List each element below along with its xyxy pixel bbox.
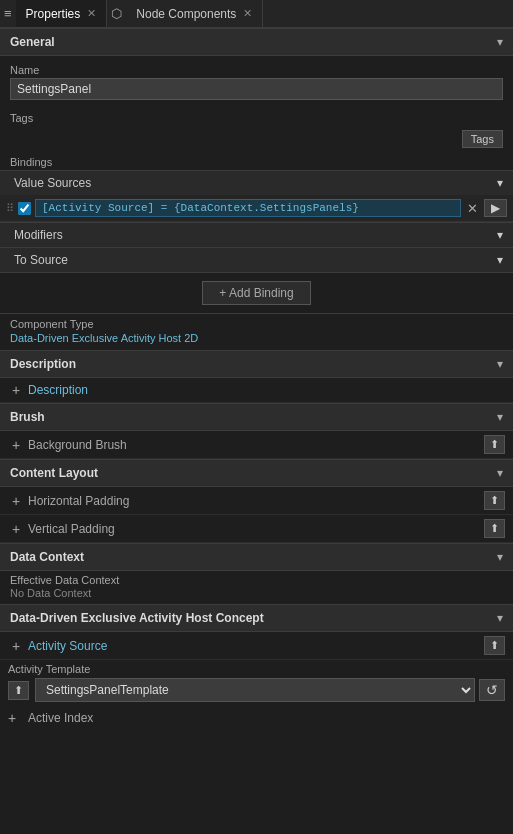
activity-source-upload-button[interactable] [484,636,505,655]
properties-tab-icon: ≡ [4,6,12,21]
description-plus-icon[interactable]: + [8,382,24,398]
tab-properties-label: Properties [26,7,81,21]
upload-icon-3 [490,522,499,535]
activity-template-select-row: SettingsPanelTemplate [0,676,513,706]
tags-row: Tags [0,128,513,152]
data-context-chevron-icon: ▾ [497,550,503,564]
tab-node-components[interactable]: Node Components ✕ [126,0,263,27]
value-sources-chevron-icon: ▾ [497,176,503,190]
binding-expression[interactable]: [Activity Source] = {DataContext.Setting… [35,199,461,217]
activity-template-select[interactable]: SettingsPanelTemplate [35,678,475,702]
background-brush-upload-button[interactable] [484,435,505,454]
background-brush-plus-icon[interactable]: + [8,437,24,453]
brush-section-title: Brush [10,410,45,424]
tab-node-components-close[interactable]: ✕ [243,7,252,20]
tab-properties[interactable]: Properties ✕ [16,0,108,27]
horizontal-padding-row: + Horizontal Padding [0,487,513,515]
upload-icon-5 [14,684,23,697]
description-chevron-icon: ▾ [497,357,503,371]
activity-source-label: Activity Source [28,639,480,653]
to-source-header[interactable]: To Source ▾ [0,247,513,272]
ddea-section-title: Data-Driven Exclusive Activity Host Conc… [10,611,264,625]
ddea-section-header[interactable]: Data-Driven Exclusive Activity Host Conc… [0,604,513,632]
binding-row: ⠿ [Activity Source] = {DataContext.Setti… [0,195,513,222]
to-source-title: To Source [14,253,68,267]
binding-arrow-button[interactable]: ▶ [484,199,507,217]
node-components-tab-icon: ⬡ [111,6,122,21]
bindings-label: Bindings [0,152,513,170]
tags-field-group: Tags [0,104,513,128]
activity-source-plus-icon[interactable]: + [8,638,24,654]
upload-icon [490,438,499,451]
content-layout-chevron-icon: ▾ [497,466,503,480]
upload-icon-2 [490,494,499,507]
add-binding-button[interactable]: + Add Binding [202,281,310,305]
tab-node-components-label: Node Components [136,7,236,21]
vertical-padding-label: Vertical Padding [28,522,480,536]
binding-checkbox[interactable] [18,202,31,215]
general-section-header[interactable]: General ▾ [0,28,513,56]
activity-template-upload-button[interactable] [8,681,29,700]
content-layout-section-header[interactable]: Content Layout ▾ [0,459,513,487]
value-sources-header[interactable]: Value Sources ▾ [0,170,513,195]
data-context-section-title: Data Context [10,550,84,564]
horizontal-padding-upload-button[interactable] [484,491,505,510]
vertical-padding-plus-icon[interactable]: + [8,521,24,537]
description-prop-label: Description [28,383,505,397]
background-brush-label: Background Brush [28,438,480,452]
binding-remove-button[interactable]: ✕ [465,201,480,216]
horizontal-padding-plus-icon[interactable]: + [8,493,24,509]
component-type-value: Data-Driven Exclusive Activity Host 2D [0,331,513,350]
modifiers-chevron-icon: ▾ [497,228,503,242]
general-section-title: General [10,35,55,49]
tags-button[interactable]: Tags [462,130,503,148]
content-layout-section-title: Content Layout [10,466,98,480]
general-chevron-icon: ▾ [497,35,503,49]
activity-source-row: + Activity Source [0,632,513,660]
brush-chevron-icon: ▾ [497,410,503,424]
tab-bar: ≡ Properties ✕ ⬡ Node Components ✕ [0,0,513,28]
active-index-label: Active Index [28,711,505,725]
name-label: Name [10,64,503,76]
vertical-padding-upload-button[interactable] [484,519,505,538]
upload-icon-4 [490,639,499,652]
active-index-row: + Active Index [0,706,513,730]
effective-data-context-value: No Data Context [0,586,513,604]
component-type-label: Component Type [0,314,513,331]
tab-properties-close[interactable]: ✕ [87,7,96,20]
active-index-plus-icon[interactable]: + [8,710,24,726]
activity-template-label: Activity Template [0,660,513,676]
data-context-section-header[interactable]: Data Context ▾ [0,543,513,571]
brush-section-header[interactable]: Brush ▾ [0,403,513,431]
drag-handle-icon: ⠿ [6,202,14,215]
ddea-chevron-icon: ▾ [497,611,503,625]
to-source-chevron-icon: ▾ [497,253,503,267]
horizontal-padding-label: Horizontal Padding [28,494,480,508]
background-brush-row: + Background Brush [0,431,513,459]
modifiers-header[interactable]: Modifiers ▾ [0,222,513,247]
effective-data-context-label: Effective Data Context [0,571,513,586]
reset-icon [486,682,498,698]
description-section-title: Description [10,357,76,371]
name-field-group: Name [0,56,513,104]
description-prop-row: + Description [0,378,513,403]
name-input[interactable] [10,78,503,100]
description-section-header[interactable]: Description ▾ [0,350,513,378]
tags-label: Tags [10,112,503,124]
modifiers-title: Modifiers [14,228,63,242]
activity-template-reset-button[interactable] [479,679,505,701]
value-sources-title: Value Sources [14,176,91,190]
add-binding-container: + Add Binding [0,272,513,314]
vertical-padding-row: + Vertical Padding [0,515,513,543]
